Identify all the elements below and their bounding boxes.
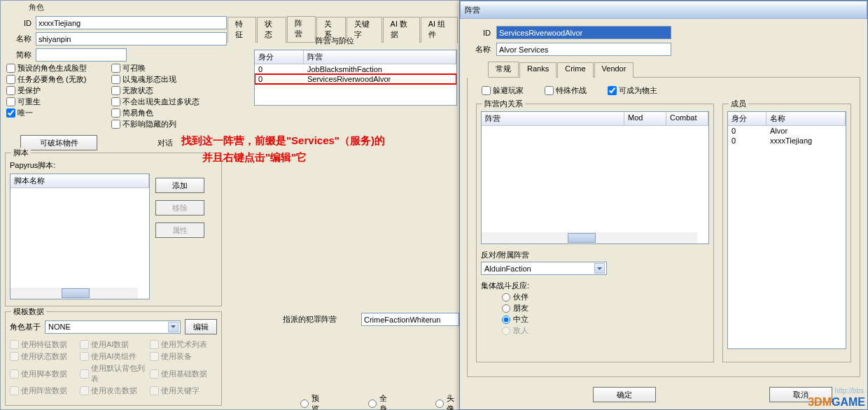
- r-label-name: 名称: [467, 44, 491, 55]
- chevron-down-icon: [168, 322, 178, 332]
- destructible-button[interactable]: 可破坏物件: [20, 135, 97, 150]
- tab-AI 组件[interactable]: AI 组件: [421, 17, 458, 43]
- scripts-list[interactable]: 脚本名称: [10, 174, 150, 299]
- faction-tabs: 常规RanksCrimeVendor: [488, 62, 860, 78]
- col-faction: 阵营: [304, 50, 456, 64]
- scrollbar[interactable]: [10, 288, 138, 299]
- flag-check[interactable]: 简易角色: [111, 108, 223, 118]
- template-check[interactable]: 使用基础数据: [150, 363, 217, 384]
- flag-check[interactable]: 不会出现失血过多状态: [111, 97, 223, 107]
- faction-list[interactable]: 身分 阵营 0JobBlacksmithFaction0ServicesRive…: [254, 50, 457, 106]
- relations-list[interactable]: 阵营 Mod Combat: [481, 111, 709, 244]
- flag-check[interactable]: 任务必要角色 (无敌): [6, 74, 111, 85]
- crime-faction-field[interactable]: [361, 313, 459, 326]
- member-row[interactable]: 0xxxxTiejiang: [728, 136, 846, 146]
- flag-check[interactable]: 以鬼魂形态出现: [111, 74, 223, 85]
- template-check[interactable]: 使用咒术列表: [150, 339, 217, 350]
- faction-dialog-title: 阵营: [465, 5, 480, 15]
- template-check[interactable]: 使用默认背包列表: [80, 363, 147, 384]
- actor-window: 角色 ID 名称 简称 预设的角色生成脸型任务必要角色 (无敌)受保护可重生唯一…: [0, 0, 462, 410]
- relations-legend: 阵营内关系: [482, 99, 525, 109]
- dialog-label: 对话: [158, 138, 173, 148]
- template-check[interactable]: 使用AI数据: [80, 339, 147, 350]
- tab-AI 数据[interactable]: AI 数据: [383, 17, 420, 43]
- based-on-dropdown[interactable]: NONE: [45, 320, 181, 334]
- crime-label: 指派的犯罪阵营: [283, 314, 337, 325]
- col-rank: 身分: [255, 50, 304, 64]
- template-check[interactable]: 使用状态数据: [10, 351, 77, 362]
- reaction-radio: 敌人: [502, 325, 709, 336]
- template-check[interactable]: 使用攻击数据: [80, 386, 147, 396]
- tab-常规[interactable]: 常规: [488, 62, 519, 77]
- template-check[interactable]: 使用关键字: [150, 386, 217, 396]
- papyrus-label: Papyrus脚本:: [10, 160, 55, 171]
- scrollbar[interactable]: [482, 232, 697, 243]
- reaction-radio[interactable]: 朋友: [502, 303, 709, 313]
- template-check[interactable]: 使用阵营数据: [10, 386, 77, 396]
- template-check[interactable]: 使用特征数据: [10, 339, 77, 350]
- flag-check[interactable]: 受保护: [6, 85, 111, 96]
- r-label-id: ID: [467, 29, 491, 37]
- label-id: ID: [8, 19, 31, 27]
- preview-tab[interactable]: 预览: [300, 393, 326, 410]
- based-on-value: NONE: [48, 323, 71, 331]
- faction-row[interactable]: 0JobBlacksmithFaction: [255, 64, 456, 74]
- opposite-dropdown[interactable]: AlduinFaction: [481, 262, 607, 275]
- mem-col-name: 名称: [766, 112, 846, 125]
- template-check[interactable]: 使用AI类组件: [80, 351, 147, 362]
- r-id-input[interactable]: [496, 26, 671, 39]
- flag-check[interactable]: 不影响隐藏的列: [111, 119, 223, 129]
- head-tab[interactable]: 头像: [435, 393, 461, 410]
- name-input[interactable]: [36, 32, 227, 45]
- watermark: http://bbs 3DMGAME: [808, 396, 865, 409]
- based-on-edit-button[interactable]: 编辑: [185, 319, 217, 334]
- check-can-be-owner[interactable]: 可成为物主: [608, 85, 657, 96]
- reaction-radio[interactable]: 伙伴: [502, 292, 709, 302]
- tutorial-annotation: 找到这一阵营，前缀是"Services"（服务)的 并且右键点击"编辑"它: [181, 132, 461, 166]
- faction-row[interactable]: 0ServicesRiverwoodAlvor: [255, 74, 456, 84]
- label-nick: 简称: [8, 50, 31, 60]
- faction-dialog-titlebar[interactable]: 阵营: [460, 1, 867, 19]
- label-name: 名称: [8, 34, 31, 44]
- flag-check[interactable]: 无敌状态: [111, 85, 223, 96]
- flags-col1: 预设的角色生成脸型任务必要角色 (无敌)受保护可重生唯一: [6, 62, 111, 130]
- script-add-button[interactable]: 添加: [155, 178, 204, 193]
- members-list[interactable]: 身分 名称 0Alvor0xxxxTiejiang: [727, 111, 846, 349]
- flag-check[interactable]: 预设的角色生成脸型: [6, 63, 111, 73]
- script-props-button[interactable]: 属性: [155, 222, 204, 238]
- flag-check[interactable]: 唯一: [6, 108, 111, 118]
- flag-check[interactable]: 可召唤: [111, 63, 223, 73]
- nick-input[interactable]: [36, 48, 127, 62]
- body-tab[interactable]: 全身: [368, 393, 394, 410]
- tab-阵营[interactable]: 阵营: [287, 16, 316, 42]
- check-special[interactable]: 特殊作战: [545, 85, 587, 96]
- reaction-radio[interactable]: 中立: [502, 314, 709, 325]
- tab-Vendor[interactable]: Vendor: [594, 62, 634, 78]
- rel-col-faction: 阵营: [482, 112, 624, 125]
- ok-button[interactable]: 确定: [593, 387, 656, 402]
- opposite-dropdown-value: AlduinFaction: [484, 264, 531, 273]
- rel-col-mod: Mod: [624, 112, 666, 125]
- tab-Crime[interactable]: Crime: [557, 62, 593, 78]
- check-hide-player[interactable]: 躲避玩家: [482, 85, 524, 96]
- tab-状态[interactable]: 状态: [257, 17, 286, 43]
- script-remove-button[interactable]: 移除: [155, 200, 204, 215]
- tab-Ranks[interactable]: Ranks: [519, 62, 556, 78]
- faction-dialog: 阵营 ID 名称 常规RanksCrimeVendor 躲避玩家 特殊作战 可成…: [459, 0, 868, 410]
- based-on-label: 角色基于: [10, 322, 41, 332]
- member-row[interactable]: 0Alvor: [728, 126, 846, 136]
- flag-check[interactable]: 可重生: [6, 97, 111, 107]
- r-name-input[interactable]: [496, 43, 671, 56]
- faction-header: 阵营与阶位: [316, 36, 354, 46]
- chevron-down-icon: [594, 263, 605, 274]
- template-check[interactable]: 使用脚本数据: [10, 363, 77, 384]
- tab-特征[interactable]: 特征: [227, 17, 256, 43]
- flags-col2: 可召唤以鬼魂形态出现无敌状态不会出现失血过多状态简易角色不影响隐藏的列: [111, 62, 223, 130]
- opposite-label: 反对/附属阵营: [481, 250, 529, 260]
- template-check[interactable]: 使用装备: [150, 351, 217, 362]
- group-reaction-label: 集体战斗反应:: [481, 281, 529, 291]
- scripts-group-legend: 脚本: [11, 148, 31, 158]
- mem-col-rank: 身分: [728, 112, 766, 125]
- scripts-col-name: 脚本名称: [10, 174, 149, 188]
- id-input[interactable]: [36, 16, 227, 29]
